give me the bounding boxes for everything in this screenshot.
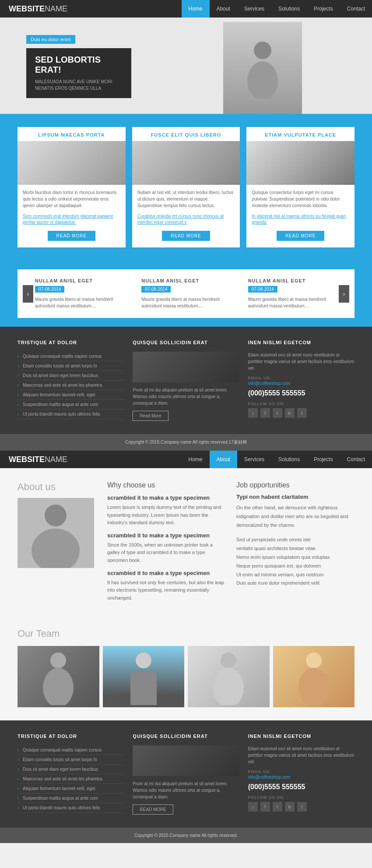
carousel-item-3-date: 07-08-2014 [248, 286, 277, 293]
nav-link-about[interactable]: About [210, 0, 237, 18]
job-sub-title: Typi non habent claritatem [236, 494, 354, 500]
about-nav-link-contact[interactable]: Contact [340, 451, 372, 468]
social-icons-2: ♪ f t in t [248, 802, 354, 812]
info2-col-3: INEN NISLMI EGETCOM Etiam euismod orci s… [248, 734, 354, 815]
card-2-title: FUSCE ELIT QUIS LIBERO [132, 127, 240, 141]
card-2-read-more-button[interactable]: READ MORE [162, 231, 210, 241]
about-nav-link-home[interactable]: Home [182, 451, 210, 468]
carousel-item-3-text: Mauris gravida libero at massa hendrerit… [248, 296, 337, 309]
card-1-read-more-button[interactable]: READ MORE [48, 231, 96, 241]
svg-point-12 [298, 668, 329, 705]
hero-section: Duis eu dolor enim SED LOBORTIS ERAT! MA… [0, 18, 372, 114]
list-item: Duis sit amet diam eget lorem faucibus [18, 765, 124, 774]
logo-bold: WEBSITE [9, 4, 45, 13]
social2-icon-twitter[interactable]: t [273, 802, 282, 812]
carousel-next-button[interactable]: › [339, 285, 349, 303]
info-col-2: QUISQUE SOLLICIDIN ERAT Proin at mi dui … [133, 340, 239, 421]
why-item-1: scrambled it to make a type specimen Lor… [107, 494, 225, 527]
social-icon-linkedin[interactable]: in [285, 408, 295, 418]
info2-col-3-title: INEN NISLMI EGETCOM [248, 734, 354, 739]
list-item: Suspendisse mattis augue at ante com [18, 794, 124, 803]
svg-point-9 [221, 653, 236, 668]
about-us-title: About us [18, 481, 96, 493]
carousel-item-2-date: 07-08-2014 [141, 286, 171, 293]
list-item: Ut porta blandit mauris quis ultrices fe… [18, 803, 124, 813]
list-item: Aliquam fermentum laoreet velit, eget [18, 784, 124, 794]
nav-link-home[interactable]: Home [182, 0, 210, 18]
card-1-btn-wrap: READ MORE [18, 231, 126, 241]
card-1-image [18, 141, 126, 185]
list-item: Duis sit amet diam eget lorem faucibus [18, 371, 124, 381]
job-text-3: veritatis quasi architecto beatae vitae [236, 544, 354, 553]
info-col-2-text: Proin at mi dui aliquam pretium at sit a… [133, 387, 239, 406]
info2-col-1-title: TRISTIQUE AT DOLOR [18, 734, 124, 739]
about-nav-link-projects[interactable]: Projects [307, 451, 340, 468]
svg-rect-8 [130, 672, 157, 705]
team-photo-1 [18, 646, 99, 707]
about-logo-normal: NAME [45, 455, 67, 464]
nav-link-projects[interactable]: Projects [307, 0, 340, 18]
info2-col-2-read-more-button[interactable]: READ MORE [133, 804, 173, 815]
social-icon-rss[interactable]: t [297, 408, 307, 418]
list-item: Maecenas sed ante sit amet leo pharetra [18, 381, 124, 390]
card-2-btn-wrap: READ MORE [132, 231, 240, 241]
social-icon-facebook[interactable]: f [260, 408, 270, 418]
card-1: LIPSUM MAECAS PORTA Morbi faucibus diam … [18, 127, 126, 247]
social2-icon-linkedin[interactable]: in [285, 802, 295, 812]
svg-point-11 [306, 653, 322, 668]
about-nav: WEBSITENAME Home About Services Solution… [0, 451, 372, 468]
list-item: Etiam convallis turpis sit amet turpis h… [18, 361, 124, 371]
list-item: Maecenas sed ante sit amet leo pharetra [18, 774, 124, 784]
about-nav-link-services[interactable]: Services [237, 451, 271, 468]
card-3-read-more-button[interactable]: READ MORE [277, 231, 325, 241]
card-1-link[interactable]: Sem commodo erat interdum placerat paqae… [18, 213, 126, 226]
team-photo-3 [188, 646, 270, 707]
about-us-image [18, 498, 94, 568]
social-icons: ♪ f t in t [248, 408, 354, 418]
card-3-text: Quisque consectetur turpis eget mi cursu… [246, 185, 354, 213]
job-text-4: Nemo enim ipsam voluptatem quia voluptas [236, 553, 354, 562]
info2-col-2-title: QUISQUE SOLLICIDIN ERAT [133, 734, 239, 739]
info-col-3-title: INEN NISLMI EGETCOM [248, 340, 354, 345]
info-col-1: TRISTIQUE AT DOLOR Quisque consequat mat… [18, 340, 124, 421]
social2-icon-music[interactable]: ♪ [248, 802, 258, 812]
info-col-2-title: QUISQUE SOLLICIDIN ERAT [133, 340, 239, 345]
job-opportunities-title: Job opportunities [236, 481, 354, 489]
email-label: EMAIL US: [248, 376, 354, 380]
job-text-2: Sed ut perspiciatis unde omnis iste [236, 536, 354, 544]
card-3-image [246, 141, 354, 185]
carousel-item-3-title: NULLAM ANISL EGET [248, 278, 337, 283]
svg-point-7 [136, 653, 151, 668]
card-2-link[interactable]: Curabitur gravida ert cursus nunc rhoncu… [132, 213, 240, 226]
why-item-2: scrambled it to make a type specimen Sin… [107, 532, 225, 565]
info-col-3-text: Etiam euismod orci sit amet nunc vestibu… [248, 352, 354, 371]
svg-point-1 [247, 61, 278, 99]
social2-icon-facebook[interactable]: f [260, 802, 270, 812]
svg-point-6 [43, 668, 74, 705]
social-icon-twitter[interactable]: t [273, 408, 282, 418]
footer-1: Copyright © 2015.Company name All rights… [0, 434, 372, 451]
card-3-link[interactable]: In placerat nisl at magna ultrices eu fe… [246, 213, 354, 226]
job-text-7: Duis aute irure dolor reprehenderit veli… [236, 579, 354, 588]
nav-link-services[interactable]: Services [237, 0, 271, 18]
nav-link-contact[interactable]: Contact [340, 0, 372, 18]
logo-normal: NAME [45, 4, 67, 13]
info2-col-2-text: Proin at mi dui aliquam pretium at sit a… [133, 780, 239, 800]
carousel-prev-button[interactable]: ‹ [23, 285, 33, 303]
card-2: FUSCE ELIT QUIS LIBERO Nullam at nisl el… [132, 127, 240, 247]
info2-col-2: QUISQUE SOLLICIDIN ERAT Proin at mi dui … [133, 734, 239, 815]
social-icon-music[interactable]: ♪ [248, 408, 258, 418]
list-item: Aliquam fermentum laoreet velit, eget [18, 390, 124, 400]
about-section: About us Why choose us scrambled it to m… [0, 468, 372, 628]
nav-link-solutions[interactable]: Solutions [271, 0, 307, 18]
card-2-image [132, 141, 240, 185]
why-choose-us-title: Why choose us [107, 481, 225, 489]
why-sub-2: scrambled it to make a type specimen [107, 532, 225, 539]
about-nav-link-solutions[interactable]: Solutions [271, 451, 307, 468]
info-col-2-read-more-button[interactable]: Read More [133, 411, 168, 421]
about-nav-link-about[interactable]: About [210, 451, 237, 468]
social2-icon-rss[interactable]: t [297, 802, 307, 812]
why-item-3: scrambled it to make a type specimen It … [107, 570, 225, 602]
footer-2: Copyright © 2015.Company name All rights… [0, 828, 372, 843]
footer-2-text: Copyright © 2015.Company name All rights… [134, 833, 238, 838]
